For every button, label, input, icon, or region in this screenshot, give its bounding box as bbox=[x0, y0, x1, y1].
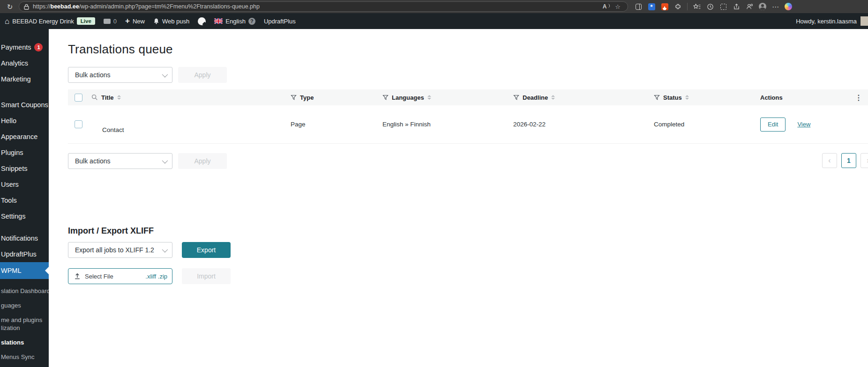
row-checkbox[interactable] bbox=[75, 120, 82, 128]
bulk-actions-bar-bottom: Bulk actions Apply ‹ 1 › bbox=[68, 153, 868, 169]
prev-page-button[interactable]: ‹ bbox=[822, 153, 837, 168]
sidebar-item-smart-coupons[interactable]: Smart Coupons bbox=[0, 97, 49, 113]
browser-essentials-icon[interactable] bbox=[746, 3, 753, 10]
sidebar-item-analytics[interactable]: Analytics bbox=[0, 55, 49, 71]
home-icon: ⌂ bbox=[5, 17, 9, 25]
comment-count: 0 bbox=[113, 18, 117, 25]
copilot-icon[interactable] bbox=[785, 3, 792, 10]
select-all-checkbox[interactable] bbox=[75, 94, 82, 102]
submenu-theme-plugins-localization[interactable]: me and plugins lization bbox=[0, 313, 49, 335]
sidebar-item-payments[interactable]: Payments 1 bbox=[0, 39, 49, 55]
collections-icon[interactable] bbox=[693, 3, 701, 10]
extensions-puzzle-icon[interactable] bbox=[674, 3, 681, 10]
select-file-label: Select File bbox=[85, 273, 141, 280]
sidebar-item-updraftplus[interactable]: UpdraftPlus bbox=[0, 246, 49, 262]
url-text: https://beebad.ee/wp-admin/admin.php?pag… bbox=[33, 3, 260, 10]
column-deadline[interactable]: Deadline bbox=[523, 94, 548, 101]
sidebar-item-users[interactable]: Users bbox=[0, 176, 49, 192]
apply-button-bottom[interactable]: Apply bbox=[178, 153, 227, 169]
plugin-logo-menu[interactable] bbox=[198, 17, 206, 25]
filter-type-icon[interactable] bbox=[291, 95, 297, 101]
column-title[interactable]: Title bbox=[101, 94, 114, 101]
sidebar-item-notifications[interactable]: Notifications bbox=[0, 230, 49, 246]
profile-avatar-icon[interactable] bbox=[759, 3, 766, 10]
updraftplus-menu[interactable]: UpdraftPlus bbox=[264, 18, 296, 25]
current-page-button[interactable]: 1 bbox=[841, 153, 856, 168]
bulk-actions-select-bottom[interactable]: Bulk actions bbox=[68, 153, 172, 169]
sort-status-icon[interactable] bbox=[685, 95, 689, 100]
next-page-button[interactable]: › bbox=[861, 153, 868, 168]
column-languages[interactable]: Languages bbox=[392, 94, 424, 101]
updraft-label: UpdraftPlus bbox=[264, 18, 296, 25]
sort-languages-icon[interactable] bbox=[427, 95, 431, 100]
extension-orange-icon[interactable] bbox=[661, 3, 668, 10]
web-push-label: Web push bbox=[162, 18, 189, 25]
sidebar-item-appearance[interactable]: Appearance bbox=[0, 129, 49, 145]
import-button[interactable]: Import bbox=[182, 268, 231, 284]
share-icon[interactable] bbox=[733, 3, 740, 10]
sidebar-item-tools[interactable]: Tools bbox=[0, 192, 49, 208]
web-capture-icon[interactable] bbox=[719, 3, 727, 10]
column-type[interactable]: Type bbox=[300, 94, 314, 101]
filter-languages-icon[interactable] bbox=[382, 95, 389, 101]
column-actions: Actions bbox=[760, 94, 783, 101]
column-status[interactable]: Status bbox=[663, 94, 682, 101]
export-format-select[interactable]: Export all jobs to XLIFF 1.2 bbox=[68, 242, 172, 258]
submenu-string-translation[interactable]: g Translation bbox=[0, 364, 49, 367]
select-file-input[interactable]: Select File .xliff .zip bbox=[68, 268, 172, 284]
comments-icon bbox=[104, 19, 111, 24]
howdy-text: Howdy, kerstin.laasma bbox=[796, 18, 857, 25]
submenu-translation-dashboard[interactable]: slation Dashboard bbox=[0, 284, 49, 298]
more-options-icon[interactable]: ⋯ bbox=[772, 3, 779, 10]
table-row: Contact Page English » Finnish 2026-02-2… bbox=[68, 105, 868, 144]
filter-deadline-icon[interactable] bbox=[513, 95, 519, 101]
sort-deadline-icon[interactable] bbox=[551, 95, 555, 100]
upload-icon bbox=[74, 273, 81, 279]
sidebar-item-settings[interactable]: Settings bbox=[0, 208, 49, 224]
language-switcher[interactable]: English ? bbox=[214, 18, 255, 25]
sort-title-icon[interactable] bbox=[117, 95, 121, 100]
sidebar-item-wpml[interactable]: WPML bbox=[0, 262, 49, 279]
comments-menu[interactable]: 0 bbox=[104, 18, 117, 25]
bulk-actions-select[interactable]: Bulk actions bbox=[68, 67, 172, 83]
page-title: Translations queue bbox=[68, 42, 868, 57]
browser-extension-bar: * ⋯ bbox=[635, 3, 792, 10]
sidebar-item-snippets[interactable]: Snippets bbox=[0, 161, 49, 176]
view-link[interactable]: View bbox=[797, 121, 810, 128]
extension-blue-icon[interactable]: * bbox=[648, 3, 655, 10]
submenu-translations[interactable]: slations bbox=[0, 335, 49, 350]
apply-button[interactable]: Apply bbox=[178, 67, 227, 83]
job-type: Page bbox=[291, 121, 306, 128]
new-content-menu[interactable]: + New bbox=[125, 18, 145, 25]
edit-button[interactable]: Edit bbox=[760, 117, 786, 132]
chevron-down-icon bbox=[162, 157, 168, 163]
filter-status-icon[interactable] bbox=[654, 95, 660, 101]
site-menu[interactable]: ⌂ BEEBAD Energy Drink Live bbox=[5, 17, 95, 25]
refresh-icon[interactable]: ↻ bbox=[5, 3, 15, 10]
file-types-hint: .xliff .zip bbox=[145, 273, 167, 280]
language-label: English bbox=[225, 18, 246, 25]
sidebar-item-marketing[interactable]: Marketing bbox=[0, 71, 49, 87]
translations-table: Title Type Languages bbox=[68, 89, 868, 144]
table-options-kebab-icon[interactable]: ⋮ bbox=[849, 93, 868, 102]
search-icon[interactable] bbox=[91, 94, 98, 101]
split-screen-icon[interactable] bbox=[635, 3, 642, 10]
site-name: BEEBAD Energy Drink bbox=[12, 18, 74, 25]
wpml-submenu: slation Dashboard guages me and plugins … bbox=[0, 284, 49, 367]
history-icon[interactable] bbox=[706, 3, 714, 10]
address-bar[interactable]: https://beebad.ee/wp-admin/admin.php?pag… bbox=[19, 1, 628, 12]
submenu-languages[interactable]: guages bbox=[0, 298, 49, 313]
favorite-star-icon[interactable]: ☆ bbox=[613, 3, 623, 10]
xliff-section: Import / Export XLIFF Export all jobs to… bbox=[68, 226, 868, 284]
read-aloud-icon[interactable]: A bbox=[600, 3, 609, 10]
sidebar-item-plugins[interactable]: Plugins bbox=[0, 145, 49, 161]
export-button[interactable]: Export bbox=[182, 242, 231, 258]
lock-icon bbox=[24, 4, 29, 10]
xliff-heading: Import / Export XLIFF bbox=[68, 226, 868, 236]
submenu-menus-sync[interactable]: Menus Sync bbox=[0, 350, 49, 364]
web-push-menu[interactable]: Web push bbox=[153, 18, 189, 25]
account-menu[interactable]: Howdy, kerstin.laasma bbox=[796, 16, 863, 26]
new-label: New bbox=[133, 18, 145, 25]
sidebar-item-hello[interactable]: Hello bbox=[0, 113, 49, 129]
toolbar-divider bbox=[687, 3, 688, 10]
